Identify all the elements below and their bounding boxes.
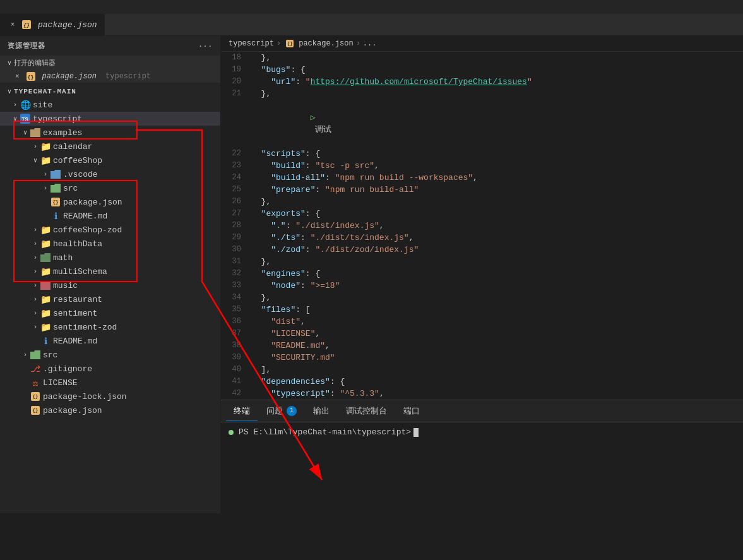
breadcrumb-sep1: ›: [276, 39, 281, 48]
line-content-22: "scripts": {: [251, 148, 743, 160]
breadcrumb-filename[interactable]: package.json: [299, 39, 353, 48]
line-number-35: 35: [221, 304, 251, 316]
line-content-33: "node": ">=18": [251, 280, 743, 292]
tree-item-src-root[interactable]: › src: [0, 348, 220, 362]
line-content-42: "typescript": "^5.3.3",: [251, 388, 743, 400]
tree-label-package-lock: package-lock.json: [43, 392, 127, 402]
tree-item-package-json-root[interactable]: {} package.json: [0, 403, 220, 417]
project-section-label[interactable]: ∨ TYPECHAT-MAIN: [0, 83, 220, 98]
tree-item-gitignore[interactable]: ⎇ .gitignore: [0, 362, 220, 376]
tree-item-sentiment-zod[interactable]: › 📁 sentiment-zod: [0, 320, 220, 334]
chevron-icon: ›: [30, 282, 40, 289]
tree-label-music: music: [53, 281, 78, 290]
tree-item-typescript[interactable]: ∨ TS typescript: [0, 112, 220, 126]
chevron-icon: ∨: [20, 129, 30, 136]
open-editor-item[interactable]: × {} package.json typescript: [0, 70, 220, 83]
terminal-tab-debug-console[interactable]: 调试控制台: [338, 402, 395, 421]
tree-item-coffeeshop[interactable]: ∨ 📁 coffeeShop: [0, 153, 220, 167]
line-number-42: 42: [221, 388, 251, 400]
terminal-tab-terminal[interactable]: 终端: [226, 402, 258, 421]
terminal-tab-ports[interactable]: 端口: [396, 402, 427, 421]
line-number-36: 36: [221, 316, 251, 328]
line-number-18: 18: [221, 52, 251, 64]
tree-item-package-lock[interactable]: {} package-lock.json: [0, 390, 220, 403]
tree-label-calendar: calendar: [53, 142, 92, 152]
tree-item-restaurant[interactable]: › 📁 restaurant: [0, 292, 220, 306]
tree-item-math[interactable]: › math: [0, 251, 220, 265]
tree-item-calendar[interactable]: › 📁 calendar: [0, 140, 220, 153]
line-number-40: 40: [221, 364, 251, 376]
sidebar-more-icon[interactable]: ···: [198, 42, 213, 50]
tree-label-sentiment-zod: sentiment-zod: [53, 323, 117, 332]
line-number-24: 24: [221, 172, 251, 184]
folder-icon: 📁: [40, 141, 51, 152]
line-content-31: },: [251, 256, 743, 268]
code-line-22: 22 "scripts": {: [221, 148, 743, 160]
line-content-23: "build": "tsc -p src",: [251, 160, 743, 172]
chevron-icon: ›: [30, 254, 40, 261]
line-content-37: "LICENSE",: [251, 328, 743, 340]
tree-item-package-json-inner[interactable]: {} package.json: [0, 195, 220, 209]
svg-text:TS: TS: [21, 117, 28, 123]
editor-area: typescript › {} package.json › ... 18 },: [221, 36, 743, 513]
line-number-19: 19: [221, 64, 251, 76]
line-number-22: 22: [221, 148, 251, 160]
tree-item-multischema[interactable]: › 📁 multiSchema: [0, 265, 220, 278]
tree-item-license[interactable]: ⚖ LICENSE: [0, 376, 220, 390]
tree-label-src-inner: src: [63, 184, 78, 193]
tab-close-button[interactable]: ×: [8, 20, 18, 30]
terminal-ports-label: 端口: [403, 405, 420, 417]
terminal-body[interactable]: PS E:\llm\TypeChat-main\typescript>: [221, 422, 743, 513]
open-editors-label[interactable]: ∨ 打开的编辑器: [0, 56, 220, 70]
breadcrumb-more[interactable]: ...: [363, 39, 377, 48]
music-folder-icon: [40, 280, 51, 290]
tree-item-site[interactable]: › 🌐 site: [0, 98, 220, 112]
info-icon: ℹ: [40, 336, 51, 346]
tree-label-sentiment: sentiment: [53, 309, 97, 318]
code-line-32: 32 "engines": {: [221, 268, 743, 280]
line-number-41: 41: [221, 376, 251, 388]
chevron-icon: ›: [30, 296, 40, 303]
line-content-27: "exports": {: [251, 208, 743, 220]
src-folder-icon: [51, 183, 61, 193]
line-content-38: "README.md",: [251, 340, 743, 352]
line-number-31: 31: [221, 256, 251, 268]
code-line-23: 23 "build": "tsc -p src",: [221, 160, 743, 172]
code-line-34: 34 },: [221, 292, 743, 304]
tree-item-vscode[interactable]: › .vscode: [0, 167, 220, 181]
breadcrumb-sep2: ›: [356, 39, 360, 48]
tree-item-readme-inner[interactable]: ℹ README.md: [0, 209, 220, 223]
tree-item-readme-ts[interactable]: ℹ README.md: [0, 334, 220, 348]
breadcrumb: typescript › {} package.json › ...: [221, 36, 743, 52]
code-line-35: 35 "files": [: [221, 304, 743, 316]
code-line-19: 19 "bugs": {: [221, 64, 743, 76]
open-editor-close[interactable]: ×: [15, 73, 20, 80]
line-content-40: ],: [251, 364, 743, 376]
tree-item-examples[interactable]: ∨ examples: [0, 126, 220, 140]
json-lock-icon: {}: [30, 391, 40, 402]
line-content-36: "dist",: [251, 316, 743, 328]
json-file-icon: {}: [51, 197, 61, 207]
terminal-tab-output[interactable]: 输出: [306, 402, 337, 421]
tree-item-sentiment[interactable]: › 📁 sentiment: [0, 306, 220, 320]
tree-item-music[interactable]: › music: [0, 278, 220, 292]
debug-play-icon[interactable]: ▷: [311, 113, 316, 122]
tab-package-json[interactable]: × {} package.json: [0, 14, 105, 36]
code-line-38: 38 "README.md",: [221, 340, 743, 352]
tree-label-math: math: [53, 253, 73, 263]
tree-item-src-inner[interactable]: › src: [0, 181, 220, 195]
tree-item-healthdata[interactable]: › 📁 healthData: [0, 237, 220, 251]
src-root-folder-icon: [30, 350, 40, 360]
breadcrumb-typescript[interactable]: typescript: [229, 39, 274, 48]
tree-item-coffeeshop-zod[interactable]: › 📁 coffeeShop-zod: [0, 223, 220, 237]
tree-label-restaurant: restaurant: [53, 295, 102, 304]
code-editor[interactable]: 18 }, 19 "bugs": { 20 "url": "https://gi…: [221, 52, 743, 400]
line-number-30: 30: [221, 244, 251, 256]
tree-label-coffeeshop: coffeeShop: [53, 156, 102, 165]
terminal-tab-problems[interactable]: 问题 1: [259, 402, 304, 421]
terminal-output-label: 输出: [313, 405, 330, 417]
project-chevron: ∨: [8, 88, 11, 95]
chevron-icon: ∨: [30, 157, 40, 164]
code-line-21: 21 },: [221, 88, 743, 100]
info-icon: ℹ: [51, 211, 61, 221]
